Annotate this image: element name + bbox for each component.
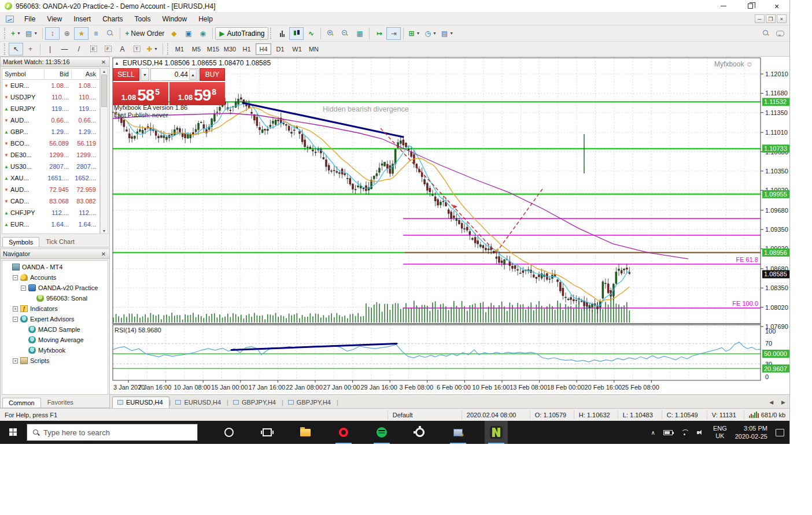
spread-field[interactable]: 0.44▲ — [150, 68, 198, 81]
market-watch-row[interactable]: ▲EURJPY119....119.... — [2, 103, 99, 114]
line-chart-button[interactable]: ∿ — [304, 27, 318, 40]
minimize-button[interactable] — [710, 0, 737, 13]
expert-advisors-button[interactable]: ▣ — [181, 27, 195, 40]
tile-windows-button[interactable]: ▦ — [352, 27, 367, 40]
navigator-item-oanda-mt4[interactable]: OANDA - MT4 — [2, 262, 108, 272]
task-view-button[interactable] — [256, 421, 279, 444]
market-watch-row[interactable]: ▼AUD...0.66...0.66... — [2, 114, 99, 126]
order-type-dropdown[interactable]: ▼ — [141, 68, 149, 81]
menu-file[interactable]: File — [19, 13, 41, 25]
taskbar-search-input[interactable]: Type here to search — [27, 424, 198, 441]
navigator-item-accounts[interactable]: −Accounts — [2, 272, 108, 283]
timeframe-mn[interactable]: MN — [306, 43, 322, 55]
cursor-tool[interactable]: ↖ — [9, 43, 23, 55]
chat-icon[interactable] — [776, 31, 784, 36]
chart-tab-1[interactable]: EURUSD,H4 — [171, 397, 227, 408]
strategy-tester-button[interactable] — [103, 27, 117, 40]
market-watch-row[interactable]: ▼BCO...56.08956.119 — [2, 138, 99, 149]
market-watch-row[interactable]: ▼USDJPY110....110.... — [2, 91, 99, 103]
navigator-item-956063-sonal[interactable]: 956063: Sonal — [2, 293, 108, 303]
menu-window[interactable]: Window — [157, 13, 193, 25]
profile-selector[interactable]: Default — [388, 410, 462, 420]
market-watch-scrollbar[interactable]: ▲▼ — [100, 68, 108, 234]
autotrading-button[interactable]: ▶AutoTrading — [215, 27, 268, 40]
settings-button[interactable] — [408, 421, 431, 444]
menu-insert[interactable]: Insert — [68, 13, 97, 25]
wifi-icon[interactable] — [681, 429, 689, 436]
market-watch-row[interactable]: ▲GBP...1.29...1.29... — [2, 126, 99, 138]
market-watch-row[interactable]: ▼EUR...1.08...1.08... — [2, 80, 99, 91]
navigator-tab-common[interactable]: Common — [2, 398, 41, 407]
navigator-close-icon[interactable]: ✕ — [100, 251, 107, 257]
spotify-button[interactable] — [370, 421, 393, 444]
timeframe-m5[interactable]: M5 — [189, 43, 204, 55]
navigator-item-scripts[interactable]: +Scripts — [2, 355, 108, 366]
mdi-restore-button[interactable]: ❐ — [766, 14, 776, 23]
chart-menu-icon[interactable] — [6, 16, 14, 23]
search-icon[interactable] — [763, 30, 769, 36]
market-watch-row[interactable]: ▲EUR...1.64...1.64... — [2, 218, 99, 230]
chart-tab-0[interactable]: EURUSD,H4 — [112, 397, 169, 408]
menu-tools[interactable]: Tools — [129, 13, 157, 25]
fibonacci-tool[interactable]: F — [101, 43, 115, 55]
cortana-button[interactable] — [217, 421, 241, 444]
toolbar-drag-handle[interactable] — [4, 28, 7, 39]
label-tool[interactable]: T — [130, 43, 144, 55]
mt4-taskbar-button[interactable] — [485, 421, 508, 444]
battery-icon[interactable] — [663, 430, 673, 435]
periods-button[interactable]: ◷▼ — [422, 27, 438, 40]
indicator-list-button[interactable]: ⊞▼ — [406, 27, 422, 40]
expand-icon[interactable]: + — [13, 306, 18, 312]
collapse-icon[interactable]: − — [21, 286, 26, 291]
menu-charts[interactable]: Charts — [97, 13, 128, 25]
navigator-item-myfxbook[interactable]: Myfxbook — [2, 345, 108, 355]
close-button[interactable]: × — [763, 0, 790, 13]
timeframe-m30[interactable]: M30 — [222, 43, 238, 55]
menu-view[interactable]: View — [41, 13, 68, 25]
market-watch-toggle[interactable]: ↕ — [45, 27, 60, 40]
timeframe-w1[interactable]: W1 — [289, 43, 305, 55]
oneclick-collapse-icon[interactable]: ▲ — [115, 61, 119, 66]
tab-scroll-left-icon[interactable]: ◀ — [769, 399, 773, 405]
collapse-icon[interactable]: − — [13, 275, 18, 280]
market-watch-row[interactable]: ▲EUR...0.83...0.83... — [2, 230, 99, 234]
chart-tab-3[interactable]: GBPJPY,H4 — [283, 397, 337, 408]
buy-price-display[interactable]: 1.08598 — [169, 82, 225, 105]
restore-button[interactable] — [737, 0, 763, 13]
community-button[interactable]: ◉ — [195, 27, 210, 40]
data-window-button[interactable]: ⊕ — [60, 27, 74, 40]
candlestick-button[interactable] — [289, 27, 304, 40]
collapse-icon[interactable]: − — [13, 317, 18, 322]
buy-button[interactable]: BUY — [200, 68, 225, 81]
market-watch-row[interactable]: ▲US30...2807...2807... — [2, 161, 99, 172]
notification-center-icon[interactable] — [776, 429, 784, 436]
timeframe-d1[interactable]: D1 — [272, 43, 288, 55]
navigator-toggle[interactable]: ★ — [74, 27, 88, 40]
mdi-minimize-button[interactable]: ─ — [755, 14, 765, 23]
mdi-close-button[interactable]: × — [777, 14, 787, 23]
market-watch-row[interactable]: ▲CHFJPY112....112.... — [2, 207, 99, 218]
market-watch-row[interactable]: ▼CAD...83.06883.082 — [2, 195, 99, 207]
timeframe-m1[interactable]: M1 — [172, 43, 187, 55]
clock-display[interactable]: 3:05 PM2020-02-25 — [735, 424, 767, 440]
toolbar-drag-handle2[interactable] — [4, 43, 7, 55]
zoom-out-button[interactable]: − — [338, 27, 352, 40]
market-watch-row[interactable]: ▼AUD...72.94572.959 — [2, 184, 99, 195]
navigator-item-oanda-v20-practice[interactable]: −OANDA-v20 Practice — [2, 283, 108, 293]
menu-help[interactable]: Help — [193, 13, 219, 25]
market-watch-tab-symbols[interactable]: Symbols — [2, 237, 39, 247]
speaker-icon[interactable] — [697, 429, 705, 436]
sell-button[interactable]: SELL — [113, 68, 139, 81]
timeframe-m15[interactable]: M15 — [205, 43, 221, 55]
expand-icon[interactable]: + — [13, 358, 18, 364]
market-watch-tab-tick-chart[interactable]: Tick Chart — [39, 236, 81, 247]
terminal-button[interactable]: ≡ — [88, 27, 103, 40]
bar-chart-button[interactable] — [275, 27, 289, 40]
market-watch-header[interactable]: Market Watch: 11:35:16 ✕ — [1, 57, 109, 67]
tab-scroll-right-icon[interactable]: ▶ — [781, 399, 785, 405]
market-watch-row[interactable]: ▲XAU...1651....1652.... — [2, 172, 99, 184]
zoom-in-button[interactable]: + — [323, 27, 338, 40]
templates-button[interactable]: ▤▼ — [439, 27, 456, 40]
opera-button[interactable] — [332, 421, 355, 444]
market-watch-close-icon[interactable]: ✕ — [100, 59, 107, 65]
